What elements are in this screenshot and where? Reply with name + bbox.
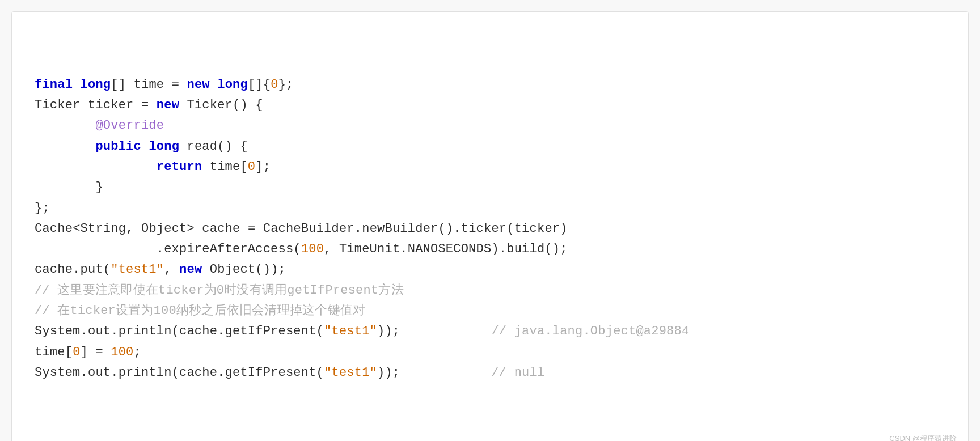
- line-11: // 这里要注意即使在ticker为0时没有调用getIfPresent方法: [35, 281, 945, 301]
- number-0b: 0: [248, 157, 255, 177]
- keyword-return: return: [157, 157, 202, 177]
- line-1: final long[] time = new long[]{0};: [35, 75, 945, 95]
- class-object: Object: [141, 219, 187, 239]
- line-4: public long read() {: [35, 137, 945, 157]
- line-7: };: [35, 198, 945, 219]
- line-3: @Override: [35, 116, 945, 136]
- class-cache: Cache: [35, 219, 73, 239]
- line-13: System.out.println(cache.getIfPresent("t…: [35, 321, 945, 342]
- watermark: CSDN @程序猿进阶: [889, 434, 957, 441]
- line-9: .expireAfterAccess(100, TimeUnit.NANOSEC…: [35, 239, 945, 260]
- line-15: System.out.println(cache.getIfPresent("t…: [35, 363, 945, 383]
- line-10: cache.put("test1", new Object());: [35, 260, 945, 280]
- string-test1a: "test1": [111, 260, 164, 280]
- line-5: return time[0];: [35, 157, 945, 177]
- keyword-public: public: [95, 137, 141, 157]
- keyword-new3: new: [179, 260, 202, 280]
- line-6: }: [35, 177, 945, 198]
- string-test1b: "test1": [324, 321, 377, 342]
- class-timeunit: TimeUnit: [339, 239, 400, 260]
- number-0c: 0: [73, 342, 80, 363]
- keyword-long2: long: [217, 75, 248, 95]
- code-block: final long[] time = new long[]{0}; Ticke…: [35, 75, 945, 383]
- number-100: 100: [301, 239, 324, 260]
- class-cachebuilder: CacheBuilder: [263, 219, 354, 239]
- keyword-long: long: [81, 75, 111, 95]
- keyword-new2: new: [157, 95, 179, 116]
- comment-3: // java.lang.Object@a29884: [491, 321, 689, 342]
- keyword-final: final: [35, 75, 73, 95]
- class-ticker2: Ticker: [187, 95, 233, 116]
- string-test1c: "test1": [324, 363, 377, 383]
- number-100b: 100: [111, 342, 133, 363]
- code-container: final long[] time = new long[]{0}; Ticke…: [11, 11, 969, 441]
- line-8: Cache<String, Object> cache = CacheBuild…: [35, 219, 945, 239]
- comment-1: // 这里要注意即使在ticker为0时没有调用getIfPresent方法: [35, 281, 404, 301]
- line-12: // 在ticker设置为100纳秒之后依旧会清理掉这个键值对: [35, 301, 945, 321]
- comment-4: // null: [491, 363, 544, 383]
- line-2: Ticker ticker = new Ticker() {: [35, 95, 945, 116]
- comment-2: // 在ticker设置为100纳秒之后依旧会清理掉这个键值对: [35, 301, 365, 321]
- keyword-long3: long: [149, 137, 179, 157]
- class-string: String: [81, 219, 126, 239]
- number-0: 0: [271, 75, 278, 95]
- class-object2: Object: [210, 260, 256, 280]
- line-14: time[0] = 100;: [35, 342, 945, 363]
- annotation-override: @Override: [95, 116, 164, 136]
- keyword-new: new: [187, 75, 210, 95]
- class-ticker: Ticker: [35, 95, 81, 116]
